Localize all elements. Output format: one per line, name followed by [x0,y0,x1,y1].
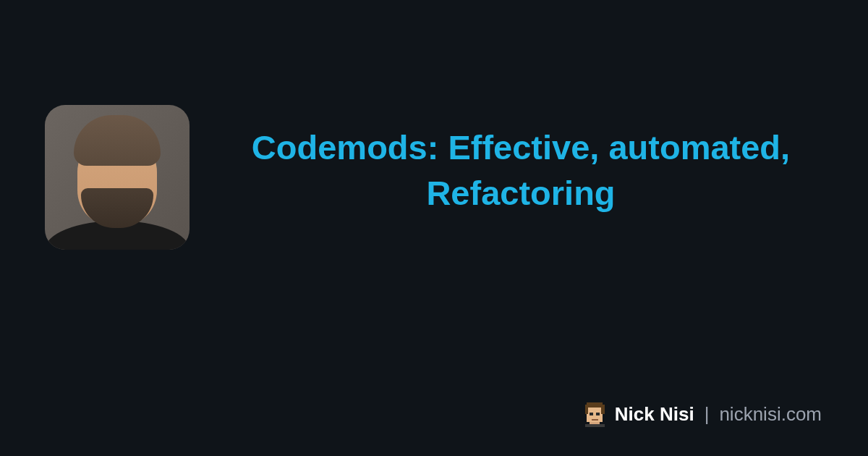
avatar-image [45,105,190,250]
svg-rect-6 [590,413,593,416]
svg-rect-5 [601,408,605,414]
page-title: Codemods: Effective, automated, Refactor… [224,124,817,216]
author-avatar [45,105,190,250]
svg-rect-4 [584,408,588,414]
footer-author-name: Nick Nisi [615,403,694,426]
footer: Nick Nisi | nicknisi.com [582,401,822,427]
footer-domain: nicknisi.com [719,403,822,426]
footer-avatar-icon [582,401,608,427]
svg-rect-1 [584,405,604,408]
svg-rect-8 [591,419,597,421]
footer-separator: | [705,403,710,426]
svg-rect-10 [584,424,604,428]
social-card: Codemods: Effective, automated, Refactor… [0,0,868,456]
svg-rect-7 [596,413,600,416]
